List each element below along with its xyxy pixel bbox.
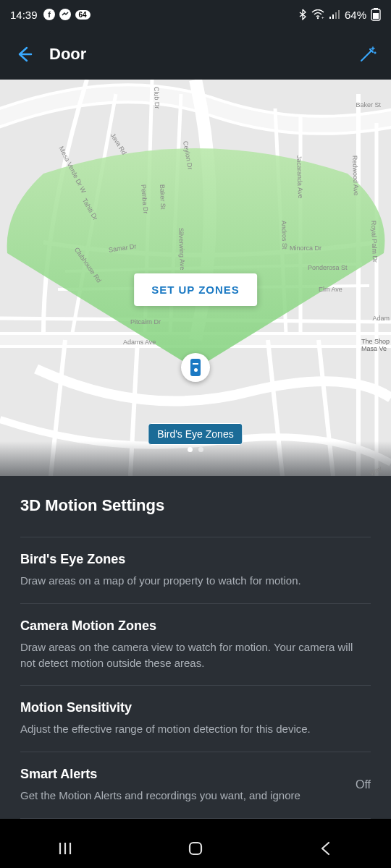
birds-eye-zones-badge[interactable]: Bird's Eye Zones xyxy=(148,423,243,445)
battery-icon xyxy=(371,8,381,21)
back-button[interactable] xyxy=(10,41,36,67)
street-label: Baker St xyxy=(159,184,167,210)
set-up-zones-button[interactable]: SET UP ZONES xyxy=(134,273,257,306)
setting-description: Draw areas on the camera view to watch f… xyxy=(20,639,371,671)
svg-rect-11 xyxy=(373,13,379,19)
street-label: Baker St xyxy=(356,101,381,109)
svg-rect-7 xyxy=(335,12,337,19)
doorbell-icon xyxy=(190,359,201,376)
battery-percentage: 64% xyxy=(345,9,366,21)
svg-point-3 xyxy=(317,17,319,19)
messenger-icon xyxy=(59,9,71,20)
setting-label: Camera Motion Zones xyxy=(20,618,371,634)
svg-rect-5 xyxy=(329,17,331,19)
setting-value: Off xyxy=(356,778,371,791)
wifi-icon: + xyxy=(311,9,324,20)
street-label: Club Dr xyxy=(153,87,161,109)
setting-label: Smart Alerts xyxy=(20,767,347,782)
doorbell-marker[interactable] xyxy=(181,353,210,382)
facebook-icon: f xyxy=(43,9,55,20)
street-label: Adams Ave xyxy=(123,339,156,346)
signal-icon xyxy=(329,9,340,20)
recents-button[interactable] xyxy=(43,834,87,863)
setting-motion-sensitivity[interactable]: Motion Sensitivity Adjust the effective … xyxy=(20,686,371,752)
app-header: Door xyxy=(0,29,391,80)
setting-birds-eye-zones[interactable]: Bird's Eye Zones Draw areas on a map of … xyxy=(20,537,371,604)
map-view[interactable]: Baker St Club Dr Java Rd Mesa Verde Dr W… xyxy=(0,80,391,476)
svg-text:+: + xyxy=(321,15,324,20)
svg-rect-8 xyxy=(338,10,340,19)
section-title: 3D Motion Settings xyxy=(20,496,371,537)
street-label: Minorca Dr xyxy=(290,244,321,252)
street-label: Andros St xyxy=(280,221,288,250)
poi-label: The Shop Masa Ve xyxy=(361,339,390,353)
settings-list: Bird's Eye Zones Draw areas on a map of … xyxy=(20,537,371,819)
notification-count-badge: 64 xyxy=(75,10,91,20)
svg-rect-6 xyxy=(332,14,334,19)
street-label: Jacaranda Ave xyxy=(295,156,304,199)
setting-description: Adjust the effective range of motion det… xyxy=(20,721,371,737)
setting-camera-motion-zones[interactable]: Camera Motion Zones Draw areas on the ca… xyxy=(20,604,371,686)
street-label: Redwood Ave xyxy=(351,156,360,196)
page-title: Door xyxy=(49,45,355,64)
settings-panel: 3D Motion Settings Bird's Eye Zones Draw… xyxy=(0,476,391,819)
status-time: 14:39 xyxy=(10,9,38,21)
street-label: Elm Ave xyxy=(319,286,342,293)
street-label: Pitcairn Dr xyxy=(130,318,161,326)
magic-wand-button[interactable] xyxy=(355,41,381,67)
nav-back-button[interactable] xyxy=(304,834,348,863)
page-indicator xyxy=(188,447,203,452)
setting-label: Bird's Eye Zones xyxy=(20,552,371,567)
svg-text:f: f xyxy=(48,10,51,19)
svg-rect-14 xyxy=(190,843,201,854)
setting-description: Get the Motion Alerts and recordings you… xyxy=(20,788,347,804)
system-nav-bar xyxy=(0,829,391,868)
street-label: Adam xyxy=(372,315,390,322)
status-bar: 14:39 f 64 + 64% xyxy=(0,0,391,29)
setting-description: Draw areas on a map of your property to … xyxy=(20,573,371,589)
street-label: Royal Palm Dr xyxy=(370,221,379,263)
bluetooth-icon xyxy=(298,9,307,20)
setting-label: Motion Sensitivity xyxy=(20,700,371,715)
street-label: Silverwing Ave xyxy=(177,228,186,271)
street-label: Ponderosa St xyxy=(308,264,348,271)
home-button[interactable] xyxy=(174,834,217,863)
setting-smart-alerts[interactable]: Smart Alerts Get the Motion Alerts and r… xyxy=(20,752,371,819)
